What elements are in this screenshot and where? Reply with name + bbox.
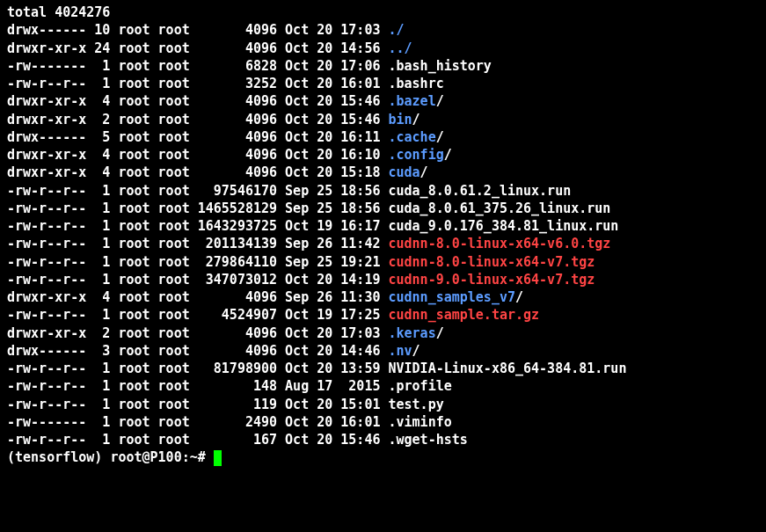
file-name: .keras: [388, 325, 435, 341]
list-item: -rw-r--r-- 1 root root 148 Aug 17 2015 .…: [7, 377, 759, 395]
file-meta: -rw------- 1 root root 2490 Oct 20 16:01: [7, 414, 388, 430]
list-item: -rw-r--r-- 1 root root 81798900 Oct 20 1…: [7, 360, 759, 377]
file-meta: drwxr-xr-x 24 root root 4096 Oct 20 14:5…: [7, 40, 388, 56]
list-item: -rw------- 1 root root 2490 Oct 20 16:01…: [7, 413, 759, 431]
list-item: drwxr-xr-x 24 root root 4096 Oct 20 14:5…: [7, 40, 759, 57]
dir-slash: /: [444, 147, 452, 163]
prompt-sep: :: [182, 449, 190, 465]
list-item: drwxr-xr-x 4 root root 4096 Oct 20 15:18…: [7, 164, 759, 181]
file-name: cudnn_sample.tar.gz: [388, 307, 539, 323]
list-item: drwxr-xr-x 2 root root 4096 Oct 20 15:46…: [7, 111, 759, 128]
prompt-env: (tensorflow): [7, 449, 110, 465]
list-item: -rw-r--r-- 1 root root 4524907 Oct 19 17…: [7, 306, 759, 324]
file-meta: -rw-r--r-- 1 root root 3252 Oct 20 16:01: [7, 76, 388, 91]
list-item: -rw-r--r-- 1 root root 97546170 Sep 25 1…: [7, 182, 759, 200]
file-name: cudnn-8.0-linux-x64-v7.tgz: [388, 254, 595, 270]
dir-slash: /: [436, 93, 444, 109]
list-item: -rw-r--r-- 1 root root 167 Oct 20 15:46 …: [7, 431, 759, 448]
list-item: drwx------ 5 root root 4096 Oct 20 16:11…: [7, 128, 759, 146]
file-name: ../: [388, 40, 412, 56]
file-name: ./: [388, 22, 404, 38]
list-item: drwxr-xr-x 4 root root 4096 Oct 20 16:10…: [7, 146, 759, 164]
total-line: total 4024276: [7, 4, 759, 21]
prompt-suffix: #: [198, 449, 214, 465]
file-meta: drwxr-xr-x 2 root root 4096 Oct 20 15:46: [7, 112, 388, 128]
list-item: -rw-r--r-- 1 root root 1465528129 Sep 25…: [7, 200, 759, 217]
file-meta: drwxr-xr-x 4 root root 4096 Sep 26 11:30: [7, 289, 388, 305]
list-item: -rw------- 1 root root 6828 Oct 20 17:06…: [7, 57, 759, 75]
file-meta: drwxr-xr-x 2 root root 4096 Oct 20 17:03: [7, 325, 388, 341]
list-item: -rw-r--r-- 1 root root 279864110 Sep 25 …: [7, 253, 759, 271]
file-meta: -rw-r--r-- 1 root root 279864110 Sep 25 …: [7, 254, 388, 270]
file-meta: drwx------ 5 root root 4096 Oct 20 16:11: [7, 129, 388, 145]
file-meta: drwxr-xr-x 4 root root 4096 Oct 20 16:10: [7, 147, 388, 163]
file-name: bin: [388, 112, 412, 128]
file-name: NVIDIA-Linux-x86_64-384.81.run: [388, 361, 626, 376]
list-item: drwxr-xr-x 4 root root 4096 Oct 20 15:46…: [7, 92, 759, 110]
prompt-path: ~: [190, 449, 198, 465]
file-meta: -rw-r--r-- 1 root root 81798900 Oct 20 1…: [7, 361, 388, 376]
file-meta: drwx------ 3 root root 4096 Oct 20 14:46: [7, 343, 388, 359]
file-meta: -rw-r--r-- 1 root root 119 Oct 20 15:01: [7, 397, 388, 412]
list-item: -rw-r--r-- 1 root root 1643293725 Oct 19…: [7, 217, 759, 235]
file-meta: -rw-r--r-- 1 root root 148 Aug 17 2015: [7, 378, 388, 394]
file-name: cudnn-9.0-linux-x64-v7.tgz: [388, 272, 595, 288]
terminal-output: total 4024276 drwx------ 10 root root 40…: [7, 4, 759, 467]
file-name: cudnn_samples_v7: [388, 289, 515, 305]
file-name: .viminfo: [388, 414, 451, 430]
cursor-icon: [214, 450, 222, 466]
file-meta: drwx------ 10 root root 4096 Oct 20 17:0…: [7, 22, 388, 38]
file-name: cudnn-8.0-linux-x64-v6.0.tgz: [388, 236, 610, 251]
dir-slash: /: [412, 112, 420, 128]
file-meta: -rw-r--r-- 1 root root 1643293725 Oct 19…: [7, 218, 388, 234]
file-name: .config: [388, 147, 443, 163]
list-item: drwxr-xr-x 2 root root 4096 Oct 20 17:03…: [7, 324, 759, 342]
dir-slash: /: [436, 129, 444, 145]
file-name: cuda: [388, 164, 419, 180]
file-meta: -rw-r--r-- 1 root root 97546170 Sep 25 1…: [7, 183, 388, 199]
file-meta: -rw-r--r-- 1 root root 1465528129 Sep 25…: [7, 200, 388, 216]
list-item: -rw-r--r-- 1 root root 347073012 Oct 20 …: [7, 271, 759, 288]
dir-slash: /: [420, 164, 428, 180]
shell-prompt[interactable]: (tensorflow) root@P100:~#: [7, 448, 759, 466]
file-meta: -rw-r--r-- 1 root root 201134139 Sep 26 …: [7, 236, 388, 251]
dir-slash: /: [412, 343, 420, 359]
file-name: .cache: [388, 129, 435, 145]
file-meta: -rw-r--r-- 1 root root 167 Oct 20 15:46: [7, 432, 388, 448]
list-item: -rw-r--r-- 1 root root 119 Oct 20 15:01 …: [7, 396, 759, 413]
file-name: .bash_history: [388, 58, 491, 74]
list-item: drwx------ 3 root root 4096 Oct 20 14:46…: [7, 342, 759, 360]
file-listing: drwx------ 10 root root 4096 Oct 20 17:0…: [7, 21, 759, 448]
file-name: .wget-hsts: [388, 432, 467, 448]
file-meta: -rw------- 1 root root 6828 Oct 20 17:06: [7, 58, 388, 74]
list-item: drwx------ 10 root root 4096 Oct 20 17:0…: [7, 21, 759, 39]
dir-slash: /: [436, 325, 444, 341]
file-meta: -rw-r--r-- 1 root root 4524907 Oct 19 17…: [7, 307, 388, 323]
file-name: cuda_8.0.61_375.26_linux.run: [388, 200, 610, 216]
file-meta: drwxr-xr-x 4 root root 4096 Oct 20 15:46: [7, 93, 388, 109]
file-name: test.py: [388, 397, 443, 412]
list-item: -rw-r--r-- 1 root root 3252 Oct 20 16:01…: [7, 75, 759, 92]
file-name: .profile: [388, 378, 451, 394]
file-name: .bazel: [388, 93, 435, 109]
file-meta: drwxr-xr-x 4 root root 4096 Oct 20 15:18: [7, 164, 388, 180]
list-item: drwxr-xr-x 4 root root 4096 Sep 26 11:30…: [7, 288, 759, 306]
file-name: cuda_9.0.176_384.81_linux.run: [388, 218, 618, 234]
file-name: .nv: [388, 343, 412, 359]
file-meta: -rw-r--r-- 1 root root 347073012 Oct 20 …: [7, 272, 388, 288]
list-item: -rw-r--r-- 1 root root 201134139 Sep 26 …: [7, 235, 759, 252]
file-name: cuda_8.0.61.2_linux.run: [388, 183, 571, 199]
prompt-userhost: root@P100: [110, 449, 181, 465]
file-name: .bashrc: [388, 76, 443, 91]
dir-slash: /: [515, 289, 523, 305]
